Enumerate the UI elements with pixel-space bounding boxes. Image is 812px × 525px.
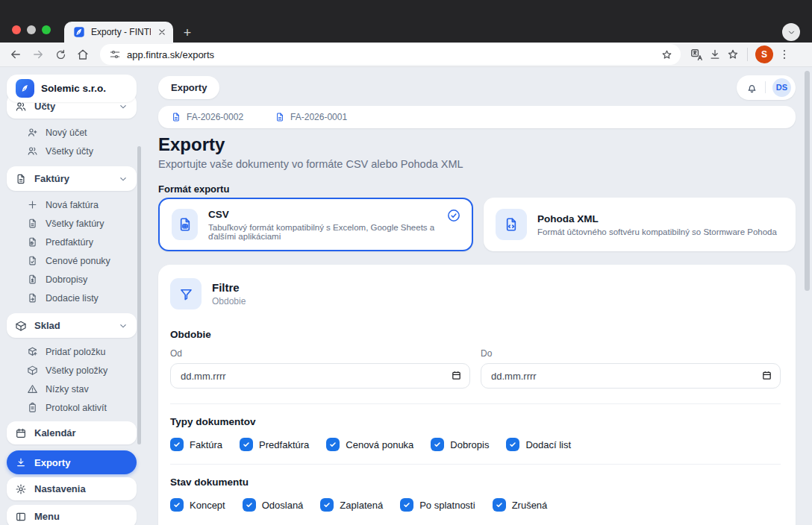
format-card-csv[interactable]: CSV Tabuľkový formát kompatibilný s Exce…: [158, 198, 473, 251]
checkbox-po-splatnosti[interactable]: Po splatnosti: [400, 498, 475, 512]
checkbox-predfaktura[interactable]: Predfaktúra: [240, 438, 309, 451]
downloads-icon[interactable]: [708, 48, 722, 61]
box-icon: [15, 320, 27, 332]
company-card[interactable]: Solemic s.r.o.: [7, 75, 137, 102]
sidebar-scrollbar[interactable]: [137, 146, 141, 444]
page-chip[interactable]: Exporty: [158, 76, 219, 99]
sidebar-item-exporty[interactable]: Exporty: [7, 450, 137, 474]
sidebar-item-nastavenia[interactable]: Nastavenia: [7, 477, 137, 500]
user-avatar[interactable]: DS: [772, 78, 791, 97]
sidebar-item-dobropisy[interactable]: Dobropisy: [7, 270, 137, 289]
home-button[interactable]: [72, 44, 94, 65]
checkbox-dodaci-list[interactable]: Dodací list: [506, 438, 571, 451]
format-card-pohoda-xml[interactable]: Pohoda XML Formát účtovného softvéru kom…: [484, 198, 796, 251]
sidebar-item-cenove-ponuky[interactable]: Cenové ponuky: [7, 251, 137, 270]
maximize-window-button[interactable]: [42, 25, 51, 34]
recent-doc-label: FA-2026-0001: [290, 112, 347, 122]
checkbox-zaplatena[interactable]: Zaplatená: [320, 498, 383, 512]
reload-button[interactable]: [49, 44, 72, 65]
gear-icon: [15, 483, 27, 495]
file-icon: [27, 218, 38, 229]
checkbox-faktura[interactable]: Faktúra: [170, 438, 222, 451]
sidebar-item-label: Protokol aktivít: [46, 403, 107, 413]
close-window-button[interactable]: [12, 25, 21, 34]
site-settings-icon[interactable]: [109, 48, 121, 60]
calendar-picker-icon[interactable]: [761, 370, 772, 381]
file-icon: [15, 173, 27, 185]
date-to-input[interactable]: [481, 363, 781, 389]
tab-strip: Exporty - FINTRA +: [0, 0, 812, 43]
sidebar-item-protokol-aktivit[interactable]: Protokol aktivít: [7, 398, 137, 417]
minimize-window-button[interactable]: [27, 25, 36, 34]
file-clock-icon: [27, 236, 38, 248]
doc-types-row: Faktúra Predfaktúra Cenová ponuka Dobrop…: [170, 438, 781, 451]
sidebar-item-nova-faktura[interactable]: Nová faktúra: [7, 195, 137, 214]
back-button[interactable]: [4, 44, 27, 65]
extension-star-icon[interactable]: [726, 48, 740, 61]
sidebar-item-nizky-stav[interactable]: Nízky stav: [7, 380, 137, 398]
recent-doc-chip[interactable]: FA-2026-0002: [171, 112, 243, 122]
chevron-down-icon: [118, 321, 128, 331]
sidebar-item-sklad[interactable]: Sklad: [7, 313, 137, 338]
sidebar-item-faktury[interactable]: Faktúry: [7, 166, 137, 191]
checkbox-label: Predfaktúra: [259, 439, 309, 450]
sidebar-item-vsetky-faktury[interactable]: Všetky faktúry: [7, 214, 137, 233]
sidebar-item-novy-ucet[interactable]: Nový účet: [7, 123, 137, 142]
forward-button[interactable]: [27, 44, 49, 65]
tab-search-button[interactable]: [782, 23, 800, 41]
browser-profile-avatar[interactable]: S: [755, 45, 773, 63]
page-scrollbar[interactable]: [805, 71, 810, 291]
status-label: Stav dokumentu: [170, 477, 781, 488]
address-bar[interactable]: app.fintra.sk/exports: [100, 44, 681, 65]
browser-tab[interactable]: Exporty - FINTRA: [64, 22, 173, 43]
sidebar-item-label: Faktúry: [34, 173, 110, 184]
checkbox-checked-icon: [506, 438, 519, 451]
date-from-input[interactable]: [170, 363, 470, 389]
checkbox-koncept[interactable]: Koncept: [170, 498, 225, 512]
user-pill: DS: [737, 75, 796, 100]
recent-doc-chip[interactable]: FA-2026-0001: [275, 112, 347, 122]
checkbox-dobropis[interactable]: Dobropis: [431, 438, 489, 451]
sidebar: Solemic s.r.o. Účty Nový účet Všetky účt…: [0, 68, 149, 525]
translate-icon[interactable]: [690, 48, 704, 62]
sidebar-item-pridat-polozku[interactable]: Pridať položku: [7, 342, 137, 361]
checkbox-cenova-ponuka[interactable]: Cenová ponuka: [326, 438, 413, 451]
checkbox-label: Koncept: [190, 500, 225, 511]
sidebar-item-predfaktury[interactable]: Predfaktúry: [7, 233, 137, 251]
checkbox-odoslana[interactable]: Odoslaná: [243, 498, 304, 512]
sidebar-item-kalendar[interactable]: Kalendár: [7, 421, 137, 444]
sidebar-item-dodacie-listy[interactable]: Dodacie listy: [7, 289, 137, 307]
checkbox-label: Odoslaná: [262, 500, 304, 511]
sidebar-item-label: Nastavenia: [34, 483, 86, 494]
tab-close-icon[interactable]: [157, 27, 167, 37]
chevron-down-icon: [118, 101, 128, 112]
period-section-label: Obdobie: [170, 329, 781, 340]
checkbox-zrusena[interactable]: Zrušená: [493, 498, 548, 512]
toolbar-actions: S: [690, 45, 791, 63]
page-title: Exporty: [158, 134, 225, 155]
browser-menu-icon[interactable]: [778, 48, 791, 61]
format-name: CSV: [208, 209, 460, 220]
fintra-favicon: [73, 26, 85, 38]
download-icon: [15, 456, 27, 468]
sidebar-item-vsetky-ucty[interactable]: Všetky účty: [7, 142, 137, 160]
csv-file-icon: [172, 209, 198, 240]
divider: [170, 464, 781, 465]
bookmark-star-icon[interactable]: [660, 48, 673, 61]
sidebar-item-label: Pridať položku: [46, 347, 105, 357]
new-tab-button[interactable]: +: [179, 25, 196, 41]
url-text: app.fintra.sk/exports: [127, 49, 655, 60]
bell-icon[interactable]: [746, 81, 758, 94]
sidebar-item-menu[interactable]: Menu: [7, 505, 137, 525]
format-section-label: Formát exportu: [158, 183, 229, 195]
checkbox-checked-icon: [320, 498, 334, 512]
calendar-picker-icon[interactable]: [451, 370, 462, 381]
sidebar-item-label: Exporty: [34, 457, 70, 468]
doc-types-label: Typy dokumentov: [170, 416, 781, 427]
sidebar-item-vsetky-polozky[interactable]: Všetky položky: [7, 361, 137, 380]
checkbox-checked-icon: [493, 498, 506, 512]
users-icon: [27, 145, 38, 157]
checkbox-checked-icon: [431, 438, 444, 451]
checkbox-label: Zaplatená: [340, 500, 383, 511]
sidebar-item-label: Nízky stav: [46, 384, 89, 394]
